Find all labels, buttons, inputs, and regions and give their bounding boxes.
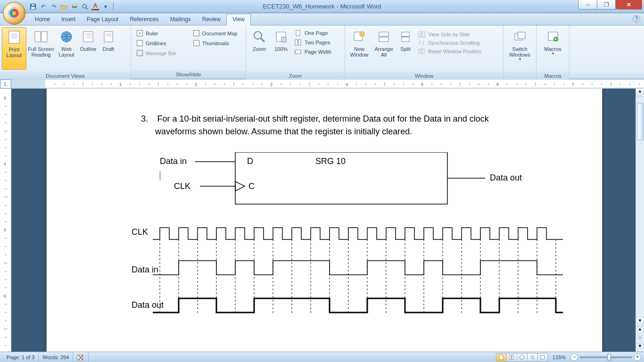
- print-layout-icon: [7, 30, 22, 45]
- vertical-ruler[interactable]: 3456: [0, 89, 11, 352]
- tab-insert[interactable]: Insert: [56, 14, 81, 25]
- view-print-layout-icon[interactable]: [496, 353, 506, 362]
- tab-view[interactable]: View: [226, 14, 251, 25]
- undo-icon[interactable]: ↶: [40, 3, 47, 10]
- tab-home[interactable]: Home: [29, 14, 56, 25]
- svg-point-32: [360, 32, 364, 36]
- zoom-100-button[interactable]: 100%: [271, 27, 291, 70]
- save-icon[interactable]: [29, 3, 37, 10]
- zoom-slider-thumb[interactable]: [607, 354, 611, 361]
- zoom-button[interactable]: Zoom: [248, 27, 271, 70]
- status-proofing[interactable]: [73, 352, 89, 362]
- ruler-checkbox[interactable]: ✓Ruler: [137, 30, 176, 36]
- office-button[interactable]: [0, 0, 25, 25]
- close-button[interactable]: ✕: [616, 0, 642, 9]
- view-draft-icon[interactable]: [537, 353, 548, 362]
- document-area: 3456 3. For a 10-bit serial-in/serial-ou…: [0, 89, 644, 352]
- split-icon: [398, 29, 413, 44]
- zoom-in-button[interactable]: +: [634, 354, 641, 361]
- web-layout-icon: [59, 29, 74, 44]
- svg-text:7: 7: [572, 82, 574, 87]
- reset-position-button: Reset Window Position: [418, 48, 481, 55]
- zoom-level[interactable]: 115%: [553, 354, 566, 360]
- arrange-all-button[interactable]: Arrange All: [372, 27, 396, 70]
- message-bar-checkbox: Message Bar: [137, 50, 176, 56]
- svg-text:2: 2: [195, 82, 197, 87]
- prev-page-button[interactable]: ▲: [636, 326, 644, 335]
- outline-icon: [81, 29, 96, 44]
- new-window-button[interactable]: New Window: [347, 27, 372, 70]
- thumbnails-checkbox[interactable]: Thumbnails: [193, 40, 238, 46]
- status-bar: Page: 1 of 3 Words: 264 115% − +: [0, 352, 644, 362]
- svg-line-24: [261, 38, 264, 42]
- svg-rect-13: [35, 32, 41, 42]
- svg-point-1: [12, 11, 16, 15]
- two-pages-button[interactable]: Two Pages: [294, 39, 331, 46]
- horizontal-ruler[interactable]: 1234567: [11, 79, 644, 88]
- gridlines-checkbox[interactable]: Gridlines: [137, 40, 176, 46]
- svg-text:Data out: Data out: [490, 173, 522, 182]
- svg-rect-4: [32, 4, 34, 6]
- svg-rect-187: [499, 355, 503, 360]
- view-outline-icon[interactable]: [527, 353, 537, 362]
- tab-review[interactable]: Review: [197, 14, 226, 25]
- tab-references[interactable]: References: [124, 14, 164, 25]
- scroll-down-button[interactable]: ▼: [636, 318, 644, 326]
- next-page-button[interactable]: ▼: [636, 343, 644, 352]
- ruler-corner[interactable]: L: [0, 79, 11, 89]
- svg-text:C: C: [248, 181, 255, 191]
- status-words[interactable]: Words: 264: [39, 352, 73, 362]
- minimize-button[interactable]: ─: [578, 0, 597, 9]
- outline-button[interactable]: Outline: [77, 27, 99, 70]
- preview-icon[interactable]: [81, 3, 89, 10]
- svg-rect-6: [73, 4, 76, 6]
- ribbon: Print Layout Full Screen Reading Web Lay…: [0, 25, 644, 79]
- svg-point-23: [254, 32, 262, 39]
- page-background: 3. For a 10-bit serial-in/serial-out shi…: [11, 89, 644, 352]
- document-map-checkbox[interactable]: Document Map: [193, 30, 238, 36]
- one-page-button[interactable]: One Page: [294, 29, 331, 37]
- view-web-icon[interactable]: [517, 353, 527, 362]
- maximize-button[interactable]: ❐: [597, 0, 616, 9]
- vertical-scrollbar[interactable]: ▲ ▼ ▲ ○ ▼: [636, 89, 644, 352]
- split-button[interactable]: Split: [396, 27, 415, 70]
- svg-text:6: 6: [4, 294, 6, 298]
- view-fullscreen-icon[interactable]: [506, 353, 517, 362]
- group-showhide-label: Show/Hide: [131, 70, 246, 79]
- page-width-button[interactable]: Page Width: [294, 48, 331, 56]
- switch-windows-button[interactable]: Switch Windows▾: [505, 27, 534, 70]
- quick-print-icon[interactable]: [71, 3, 78, 10]
- scroll-thumb[interactable]: [637, 103, 644, 140]
- macros-button[interactable]: Macros▾: [538, 27, 567, 70]
- tab-mailings[interactable]: Mailings: [165, 14, 197, 25]
- status-page[interactable]: Page: 1 of 3: [3, 352, 39, 362]
- document-page[interactable]: 3. For a 10-bit serial-in/serial-out shi…: [46, 89, 603, 352]
- draft-button[interactable]: Draft: [99, 27, 118, 70]
- svg-rect-34: [379, 37, 388, 41]
- redo-icon[interactable]: ↷: [50, 3, 58, 10]
- web-layout-button[interactable]: Web Layout: [56, 27, 77, 70]
- zoom-slider[interactable]: − +: [570, 354, 641, 361]
- scroll-up-button[interactable]: ▲: [636, 89, 644, 97]
- tab-page-layout[interactable]: Page Layout: [81, 14, 124, 25]
- open-icon[interactable]: [60, 3, 68, 10]
- macros-icon: [545, 29, 561, 44]
- svg-rect-37: [418, 32, 421, 37]
- svg-rect-30: [295, 50, 301, 54]
- zoom-out-button[interactable]: −: [570, 354, 578, 361]
- svg-point-7: [83, 4, 86, 8]
- svg-text:CLK: CLK: [174, 181, 190, 191]
- svg-text:3: 3: [4, 96, 6, 100]
- print-layout-button[interactable]: Print Layout: [2, 27, 26, 70]
- qat-dropdown-icon[interactable]: ▾: [102, 3, 109, 10]
- svg-point-190: [520, 355, 524, 360]
- window-controls: ─ ❐ ✕: [578, 0, 644, 9]
- help-icon[interactable]: ?: [633, 15, 640, 23]
- zoom-slider-track[interactable]: [580, 356, 632, 358]
- title-bar: ↶ ↷ A ▾ ECET230_W6_Homework - Microsoft …: [0, 0, 644, 13]
- new-window-icon: [352, 29, 367, 44]
- fullscreen-reading-button[interactable]: Full Screen Reading: [26, 27, 56, 70]
- svg-text:4: 4: [346, 82, 348, 87]
- select-browse-object-button[interactable]: ○: [636, 335, 644, 343]
- font-color-icon[interactable]: A: [91, 3, 99, 10]
